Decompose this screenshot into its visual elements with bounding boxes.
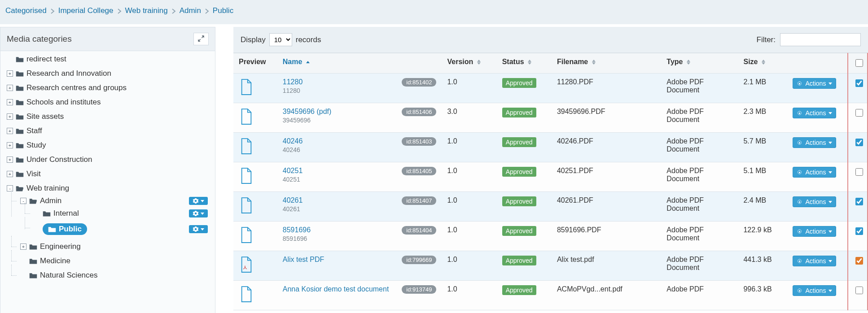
- row-select-checkbox[interactable]: [855, 168, 863, 176]
- table-row: id:851404859169685916961.0Approved859169…: [233, 222, 868, 251]
- category-actions-button[interactable]: [189, 197, 208, 205]
- expand-icon[interactable]: +: [20, 243, 26, 250]
- row-actions-button[interactable]: Actions: [793, 256, 836, 266]
- tree-node-row[interactable]: Internal: [31, 208, 215, 219]
- row-actions-button[interactable]: Actions: [793, 196, 836, 207]
- sort-asc-icon: [306, 61, 310, 63]
- filter-label: Filter:: [757, 35, 776, 44]
- row-name-link[interactable]: 39459696 (pdf): [283, 108, 332, 115]
- svg-point-7: [799, 260, 800, 261]
- col-size[interactable]: Size: [738, 53, 787, 74]
- breadcrumb-link[interactable]: Admin: [176, 6, 205, 15]
- row-type: Adobe PDF Document: [661, 133, 738, 162]
- row-size: 441.3 kB: [738, 251, 787, 281]
- row-version: 1.0: [442, 133, 496, 162]
- breadcrumb-link[interactable]: Public: [209, 6, 237, 15]
- tree-node-row[interactable]: -Web training: [4, 183, 215, 194]
- expand-icon[interactable]: +: [7, 70, 13, 77]
- page-size-select[interactable]: 10: [269, 33, 292, 46]
- tree-node-selected[interactable]: Public: [31, 222, 215, 236]
- row-select-checkbox[interactable]: [855, 287, 863, 294]
- gear-icon: [797, 110, 802, 116]
- tree-node-row[interactable]: +Study: [4, 140, 215, 151]
- category-actions-button[interactable]: [189, 209, 208, 217]
- row-select-checkbox[interactable]: [855, 79, 863, 87]
- expand-icon[interactable]: +: [7, 85, 13, 91]
- tree-node-row[interactable]: Natural Sciences: [18, 270, 215, 281]
- sort-icon: [528, 60, 531, 65]
- row-name-link[interactable]: 40251: [283, 167, 303, 174]
- row-name-link[interactable]: 40246: [283, 137, 303, 145]
- tree-node-row[interactable]: Medicine: [18, 256, 215, 266]
- tree-node-row[interactable]: +Schools and institutes: [4, 97, 215, 108]
- row-name-sub: 8591696: [283, 235, 437, 242]
- caret-down-icon: [829, 171, 832, 174]
- row-name-link[interactable]: Alix test PDF: [283, 256, 324, 263]
- svg-point-5: [799, 230, 800, 232]
- col-select-all[interactable]: [848, 53, 868, 74]
- row-select-checkbox[interactable]: [855, 198, 863, 205]
- tree-node-row[interactable]: +Under Construction: [4, 154, 215, 165]
- svg-point-8: [799, 290, 800, 291]
- row-filename: 40251.PDF: [552, 162, 661, 192]
- row-actions-button[interactable]: Actions: [793, 167, 836, 178]
- expand-icon[interactable]: +: [7, 99, 13, 105]
- tree-node-row[interactable]: +Research and Innovation: [4, 68, 215, 79]
- row-version: 1.0: [442, 251, 496, 281]
- col-version[interactable]: Version: [442, 53, 496, 74]
- col-type[interactable]: Type: [661, 53, 738, 74]
- breadcrumb-link[interactable]: Web training: [122, 6, 171, 15]
- expand-icon[interactable]: +: [7, 142, 13, 148]
- gear-icon: [193, 198, 199, 204]
- row-select-checkbox[interactable]: [855, 257, 863, 265]
- row-actions-button[interactable]: Actions: [793, 137, 836, 148]
- tree-node-row[interactable]: +Research centres and groups: [4, 83, 215, 93]
- row-filename: ACMoPVgd...ent.pdf: [552, 281, 661, 310]
- category-actions-button[interactable]: [189, 225, 208, 233]
- row-actions-button[interactable]: Actions: [793, 226, 836, 237]
- col-filename[interactable]: Filename: [552, 53, 661, 74]
- row-select-checkbox[interactable]: [855, 227, 863, 235]
- expand-tree-button[interactable]: [193, 33, 209, 45]
- filter-input[interactable]: [780, 33, 861, 46]
- file-icon: [239, 78, 254, 97]
- tree-node-row[interactable]: redirect test: [4, 54, 215, 65]
- select-all-checkbox[interactable]: [855, 59, 863, 67]
- caret-down-icon: [201, 213, 204, 215]
- tree-node: +Research centres and groups: [4, 81, 215, 95]
- display-label: Display: [241, 35, 266, 44]
- file-icon: [239, 137, 254, 156]
- row-select-checkbox[interactable]: [855, 109, 863, 117]
- expand-icon[interactable]: +: [7, 113, 13, 120]
- row-actions-button[interactable]: Actions: [793, 78, 836, 89]
- row-name-link[interactable]: Anna Kosior demo test document: [283, 285, 389, 293]
- row-actions-button[interactable]: Actions: [793, 285, 836, 296]
- tree-node-row[interactable]: +Site assets: [4, 111, 215, 122]
- tree-node-row[interactable]: +Engineering: [18, 241, 215, 252]
- expand-icon[interactable]: +: [7, 156, 13, 163]
- tree-node-row[interactable]: +Staff: [4, 126, 215, 136]
- tree-node: Internal: [31, 206, 215, 221]
- row-actions-button[interactable]: Actions: [793, 108, 836, 118]
- breadcrumb-link[interactable]: Imperial College: [55, 6, 117, 15]
- row-name-link[interactable]: 8591696: [283, 226, 311, 234]
- col-name[interactable]: Name: [277, 53, 442, 74]
- collapse-icon[interactable]: -: [20, 198, 26, 204]
- expand-icon[interactable]: +: [7, 128, 13, 134]
- gear-icon: [797, 199, 802, 205]
- tree-node-label: Engineering: [40, 242, 81, 251]
- row-version: 1.0: [442, 222, 496, 251]
- collapse-icon[interactable]: -: [7, 185, 13, 191]
- col-status[interactable]: Status: [497, 53, 552, 74]
- caret-down-icon: [829, 260, 832, 262]
- row-select-checkbox[interactable]: [855, 139, 863, 146]
- folder-icon: [29, 243, 37, 250]
- tree-node-row[interactable]: -Admin: [18, 196, 215, 206]
- row-name-link[interactable]: 40261: [283, 196, 303, 204]
- row-size: 2.4 MB: [738, 192, 787, 222]
- row-name-link[interactable]: 11280: [283, 78, 303, 86]
- breadcrumb-link[interactable]: Categorised: [2, 6, 50, 15]
- expand-icon[interactable]: +: [7, 171, 13, 177]
- tree-node-row[interactable]: +Visit: [4, 169, 215, 179]
- actions-label: Actions: [805, 198, 826, 205]
